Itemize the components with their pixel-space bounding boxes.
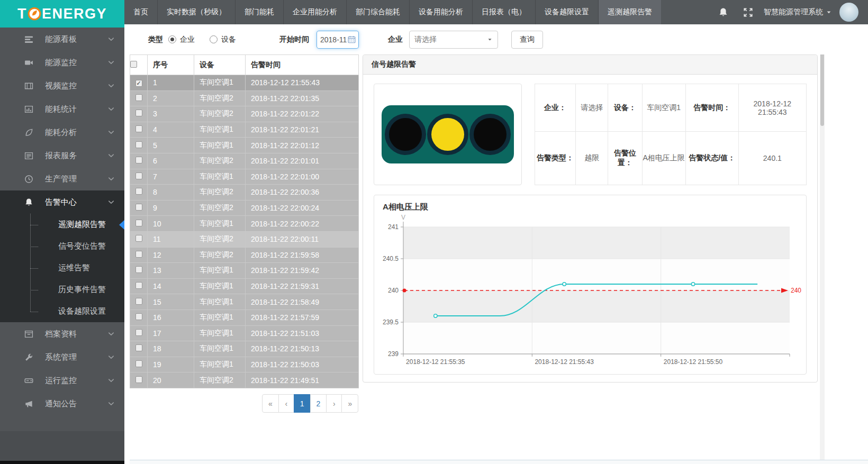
chevron-down-icon	[107, 353, 115, 361]
sidebar-subitem[interactable]: 遥测越限告警	[0, 214, 124, 235]
row-checkbox[interactable]	[135, 251, 142, 258]
col-header-no: 序号	[148, 55, 194, 75]
cell-time: 2018-11-22 22:00:11	[246, 231, 359, 247]
sidebar-item[interactable]: 能耗统计	[0, 97, 124, 121]
select-all-checkbox[interactable]	[130, 61, 137, 68]
megaphone-icon	[24, 399, 33, 408]
type-radio-enterprise[interactable]: 企业	[168, 35, 195, 44]
info-time-label: 告警时间：	[685, 84, 738, 132]
sidebar-subitem[interactable]: 历史事件告警	[0, 279, 124, 301]
hdd-icon	[24, 376, 33, 385]
sidebar-item[interactable]: 运行监控	[0, 369, 124, 392]
row-checkbox[interactable]	[135, 141, 142, 148]
top-nav-item[interactable]: 首页	[124, 0, 158, 24]
row-checkbox[interactable]	[135, 376, 142, 383]
row-checkbox[interactable]	[135, 360, 142, 367]
table-row[interactable]: 16车间空调12018-11-22 21:57:59	[130, 310, 359, 325]
table-row[interactable]: 13车间空调12018-11-22 21:59:42	[130, 263, 359, 279]
pagination-arrow[interactable]: ›	[326, 394, 342, 413]
system-menu[interactable]: 智慧能源管理系统	[764, 7, 832, 17]
row-checkbox[interactable]: ✓	[135, 80, 142, 87]
search-button[interactable]: 查询	[511, 31, 543, 49]
sidebar-subitem[interactable]: 设备越限设置	[0, 301, 124, 322]
pagination-arrow[interactable]: «	[262, 394, 279, 413]
sidebar-item[interactable]: 能耗分析	[0, 121, 124, 144]
row-checkbox[interactable]	[135, 110, 142, 116]
table-row[interactable]: 4车间空调12018-11-22 22:01:21	[130, 122, 359, 138]
sidebar-item[interactable]: 告警中心	[0, 190, 124, 214]
table-row[interactable]: 3车间空调22018-11-22 22:01:22	[130, 106, 359, 122]
top-nav-item[interactable]: 实时数据（秒级）	[158, 0, 236, 24]
sidebar-item[interactable]: 能源看板	[0, 28, 124, 51]
type-radio-device[interactable]: 设备	[210, 35, 236, 44]
row-checkbox[interactable]	[135, 204, 142, 211]
sidebar-item[interactable]: 系统管理	[0, 345, 124, 369]
table-row[interactable]: 8车间空调22018-11-22 22:00:36	[130, 185, 359, 201]
table-row[interactable]: ✓1车间空调12018-12-12 21:55:43	[130, 75, 359, 91]
start-time-label: 开始时间	[279, 35, 309, 44]
calendar-icon[interactable]	[348, 35, 356, 43]
start-time-field[interactable]	[317, 31, 359, 49]
pagination-arrow[interactable]: ‹	[278, 394, 294, 413]
cell-no: 3	[148, 106, 194, 122]
row-checkbox[interactable]	[135, 329, 142, 336]
row-checkbox[interactable]	[135, 125, 142, 132]
radio-device[interactable]	[210, 35, 218, 43]
sidebar-item[interactable]: 能源监控	[0, 51, 124, 74]
vertical-scrollbar[interactable]	[820, 24, 825, 460]
sidebar-item[interactable]: 通知公告	[0, 392, 124, 415]
cell-time: 2018-11-22 22:00:22	[246, 216, 359, 232]
table-row[interactable]: 15车间空调12018-11-22 21:58:49	[130, 294, 359, 310]
top-nav-item[interactable]: 部门综合能耗	[347, 0, 410, 24]
sidebar-item[interactable]: 档案资料	[0, 322, 124, 345]
sidebar-item[interactable]: 视频监控	[0, 74, 124, 97]
row-checkbox[interactable]	[135, 298, 142, 305]
row-checkbox[interactable]	[135, 235, 142, 242]
enterprise-select[interactable]: 请选择	[409, 31, 498, 49]
sidebar-item[interactable]: 报表服务	[0, 144, 124, 167]
pagination-arrow[interactable]: »	[341, 394, 358, 413]
table-row[interactable]: 7车间空调12018-11-22 22:01:00	[130, 169, 359, 185]
row-checkbox[interactable]	[135, 282, 142, 289]
table-row[interactable]: 17车间空调12018-11-22 21:51:03	[130, 325, 359, 341]
sidebar-subitem[interactable]: 运维告警	[0, 257, 124, 279]
row-checkbox[interactable]	[135, 266, 142, 273]
svg-text:240: 240	[791, 287, 801, 294]
row-checkbox[interactable]	[135, 94, 142, 101]
top-nav-item[interactable]: 日报表（电）	[473, 0, 536, 24]
table-row[interactable]: 14车间空调12018-11-22 21:59:31	[130, 278, 359, 294]
fullscreen-icon[interactable]	[743, 7, 753, 17]
radio-enterprise[interactable]	[168, 35, 176, 43]
sidebar-subitem[interactable]: 信号变位告警	[0, 235, 124, 257]
top-nav-item[interactable]: 遥测越限告警	[599, 0, 662, 24]
row-checkbox[interactable]	[135, 157, 142, 163]
top-nav-item[interactable]: 设备越限设置	[536, 0, 599, 24]
row-checkbox[interactable]	[135, 220, 142, 226]
table-row[interactable]: 11车间空调22018-11-22 22:00:11	[130, 231, 359, 247]
table-row[interactable]: 18车间空调12018-11-22 21:50:13	[130, 341, 359, 357]
row-checkbox[interactable]	[135, 313, 142, 320]
top-nav-item[interactable]: 部门能耗	[236, 0, 284, 24]
row-checkbox[interactable]	[135, 344, 142, 351]
table-row[interactable]: 2车间空调22018-11-22 22:01:35	[130, 90, 359, 106]
table-row[interactable]: 5车间空调12018-11-22 22:01:12	[130, 138, 359, 153]
table-row[interactable]: 19车间空调12018-11-22 21:50:03	[130, 357, 359, 372]
cell-no: 15	[148, 294, 194, 310]
cell-no: 17	[148, 325, 194, 341]
avatar[interactable]	[839, 3, 858, 22]
top-nav-item[interactable]: 设备用能分析	[410, 0, 473, 24]
row-checkbox[interactable]	[135, 172, 142, 179]
table-row[interactable]: 10车间空调12018-11-22 22:00:22	[130, 216, 359, 232]
table-row[interactable]: 6车间空调22018-11-22 22:01:01	[130, 153, 359, 169]
sidebar-item[interactable]: 生产管理	[0, 167, 124, 190]
top-nav-item[interactable]: 企业用能分析	[284, 0, 347, 24]
table-row[interactable]: 12车间空调22018-11-22 21:59:58	[130, 247, 359, 263]
row-checkbox[interactable]	[135, 188, 142, 195]
table-row[interactable]: 20车间空调22018-11-22 21:49:51	[130, 372, 359, 388]
bell-icon[interactable]	[718, 7, 728, 17]
start-time-input[interactable]	[320, 35, 348, 44]
pagination-page[interactable]: 1	[294, 394, 311, 413]
horizontal-scrollbar[interactable]	[130, 460, 868, 464]
pagination-page[interactable]: 2	[310, 394, 327, 413]
table-row[interactable]: 9车间空调22018-11-22 22:00:24	[130, 200, 359, 216]
